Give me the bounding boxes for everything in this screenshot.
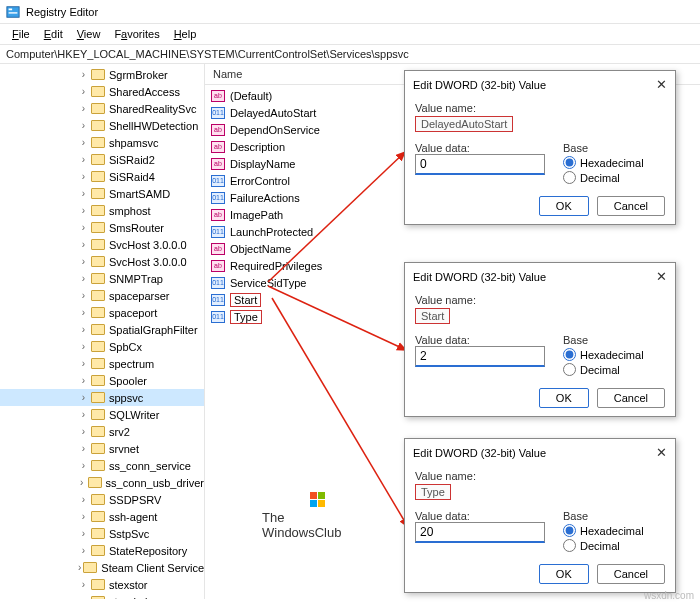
expand-icon[interactable]: › xyxy=(78,579,89,590)
expand-icon[interactable]: › xyxy=(78,120,89,131)
radio-hex[interactable]: Hexadecimal xyxy=(563,156,665,169)
value-data-input[interactable] xyxy=(415,522,545,543)
expand-icon[interactable]: › xyxy=(78,494,89,505)
radio-hex[interactable]: Hexadecimal xyxy=(563,348,665,361)
window-title: Registry Editor xyxy=(26,6,98,18)
tree-node[interactable]: ›SNMPTrap xyxy=(0,270,204,287)
tree-node[interactable]: ›SiSRaid2 xyxy=(0,151,204,168)
radio-dec[interactable]: Decimal xyxy=(563,363,665,376)
menu-help[interactable]: Help xyxy=(168,26,203,42)
binary-icon: 011 xyxy=(211,294,225,306)
menu-file[interactable]: File xyxy=(6,26,36,42)
tree-node[interactable]: ›shpamsvc xyxy=(0,134,204,151)
expand-icon[interactable]: › xyxy=(78,511,89,522)
expand-icon[interactable]: › xyxy=(78,154,89,165)
expand-icon[interactable]: › xyxy=(78,596,89,599)
tree-node[interactable]: ›ShellHWDetection xyxy=(0,117,204,134)
close-icon[interactable]: ✕ xyxy=(656,445,667,460)
tree-node[interactable]: ›SstpSvc xyxy=(0,525,204,542)
expand-icon[interactable]: › xyxy=(78,86,89,97)
tree-node[interactable]: ›SvcHost 3.0.0.0 xyxy=(0,236,204,253)
folder-icon xyxy=(91,205,105,216)
expand-icon[interactable]: › xyxy=(78,562,81,573)
expand-icon[interactable]: › xyxy=(78,324,89,335)
tree-node[interactable]: ›ssh-agent xyxy=(0,508,204,525)
close-icon[interactable]: ✕ xyxy=(656,269,667,284)
tree-label: ss_conn_usb_driver xyxy=(106,477,204,489)
tree-node[interactable]: ›SpatialGraphFilter xyxy=(0,321,204,338)
tree-node[interactable]: ›sppsvc xyxy=(0,389,204,406)
expand-icon[interactable]: › xyxy=(78,205,89,216)
value-name: LaunchProtected xyxy=(230,226,313,238)
value-row[interactable]: 011LaunchProtected xyxy=(205,223,700,240)
tree-node[interactable]: ›spaceport xyxy=(0,304,204,321)
expand-icon[interactable]: › xyxy=(78,290,89,301)
tree-node[interactable]: ›ss_conn_service xyxy=(0,457,204,474)
tree-node[interactable]: ›srvnet xyxy=(0,440,204,457)
cancel-button[interactable]: Cancel xyxy=(597,564,665,584)
tree-node[interactable]: ›ss_conn_usb_driver xyxy=(0,474,204,491)
expand-icon[interactable]: › xyxy=(78,426,89,437)
value-name: ErrorControl xyxy=(230,175,290,187)
tree-label: SiSRaid2 xyxy=(109,154,155,166)
radio-hex[interactable]: Hexadecimal xyxy=(563,524,665,537)
value-data-input[interactable] xyxy=(415,346,545,367)
expand-icon[interactable]: › xyxy=(78,528,89,539)
tree-node[interactable]: ›SiSRaid4 xyxy=(0,168,204,185)
radio-dec[interactable]: Decimal xyxy=(563,539,665,552)
expand-icon[interactable]: › xyxy=(78,307,89,318)
tree-node[interactable]: ›storahci xyxy=(0,593,204,599)
ok-button[interactable]: OK xyxy=(539,564,589,584)
expand-icon[interactable]: › xyxy=(78,273,89,284)
tree-node[interactable]: ›srv2 xyxy=(0,423,204,440)
ok-button[interactable]: OK xyxy=(539,388,589,408)
tree-node[interactable]: ›SmartSAMD xyxy=(0,185,204,202)
tree-node[interactable]: ›SharedRealitySvc xyxy=(0,100,204,117)
expand-icon[interactable]: › xyxy=(78,392,89,403)
expand-icon[interactable]: › xyxy=(78,477,86,488)
tree-node[interactable]: ›SQLWriter xyxy=(0,406,204,423)
value-row[interactable]: abObjectName xyxy=(205,240,700,257)
menu-view[interactable]: View xyxy=(71,26,107,42)
tree-node[interactable]: ›SpbCx xyxy=(0,338,204,355)
expand-icon[interactable]: › xyxy=(78,375,89,386)
radio-dec[interactable]: Decimal xyxy=(563,171,665,184)
expand-icon[interactable]: › xyxy=(78,358,89,369)
address-bar[interactable]: Computer\HKEY_LOCAL_MACHINE\SYSTEM\Curre… xyxy=(0,45,700,64)
tree-pane[interactable]: ›SgrmBroker›SharedAccess›SharedRealitySv… xyxy=(0,64,205,599)
tree-node[interactable]: ›SmsRouter xyxy=(0,219,204,236)
cancel-button[interactable]: Cancel xyxy=(597,388,665,408)
folder-icon xyxy=(91,171,105,182)
expand-icon[interactable]: › xyxy=(78,103,89,114)
folder-icon xyxy=(88,477,102,488)
menu-edit[interactable]: Edit xyxy=(38,26,69,42)
tree-node[interactable]: ›SvcHost 3.0.0.0 xyxy=(0,253,204,270)
expand-icon[interactable]: › xyxy=(78,222,89,233)
close-icon[interactable]: ✕ xyxy=(656,77,667,92)
expand-icon[interactable]: › xyxy=(78,69,89,80)
tree-node[interactable]: ›spectrum xyxy=(0,355,204,372)
tree-node[interactable]: ›SSDPSRV xyxy=(0,491,204,508)
expand-icon[interactable]: › xyxy=(78,188,89,199)
ok-button[interactable]: OK xyxy=(539,196,589,216)
value-data-input[interactable] xyxy=(415,154,545,175)
tree-node[interactable]: ›spaceparser xyxy=(0,287,204,304)
expand-icon[interactable]: › xyxy=(78,460,89,471)
expand-icon[interactable]: › xyxy=(78,409,89,420)
tree-node[interactable]: ›SgrmBroker xyxy=(0,66,204,83)
tree-node[interactable]: ›Spooler xyxy=(0,372,204,389)
tree-node[interactable]: ›StateRepository xyxy=(0,542,204,559)
cancel-button[interactable]: Cancel xyxy=(597,196,665,216)
menu-favorites[interactable]: Favorites xyxy=(108,26,165,42)
tree-label: SSDPSRV xyxy=(109,494,161,506)
expand-icon[interactable]: › xyxy=(78,545,89,556)
tree-node[interactable]: ›stexstor xyxy=(0,576,204,593)
expand-icon[interactable]: › xyxy=(78,171,89,182)
tree-node[interactable]: ›smphost xyxy=(0,202,204,219)
expand-icon[interactable]: › xyxy=(78,443,89,454)
tree-node[interactable]: ›SharedAccess xyxy=(0,83,204,100)
tree-label: SQLWriter xyxy=(109,409,159,421)
tree-node[interactable]: ›Steam Client Service xyxy=(0,559,204,576)
expand-icon[interactable]: › xyxy=(78,341,89,352)
expand-icon[interactable]: › xyxy=(78,137,89,148)
